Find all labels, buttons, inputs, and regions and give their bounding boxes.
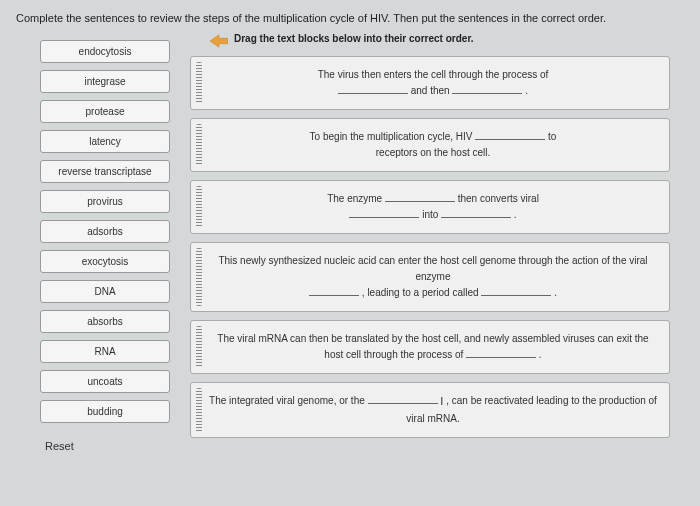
term-absorbs[interactable]: absorbs — [40, 310, 170, 333]
reset-button[interactable]: Reset — [40, 440, 170, 452]
term-integrase[interactable]: integrase — [40, 70, 170, 93]
term-budding[interactable]: budding — [40, 400, 170, 423]
blank-drop[interactable] — [475, 130, 545, 140]
sentence-block-5[interactable]: The viral mRNA can then be translated by… — [190, 320, 670, 374]
arrow-left-icon — [210, 34, 228, 48]
drag-header: Drag the text blocks below into their co… — [190, 32, 670, 48]
instruction-text: Complete the sentences to review the ste… — [0, 0, 700, 32]
blank-drop[interactable] — [309, 286, 359, 296]
term-exocytosis[interactable]: exocytosis — [40, 250, 170, 273]
blank-drop[interactable] — [452, 84, 522, 94]
sentence-text: This newly synthesized nucleic acid can … — [218, 255, 647, 282]
term-endocytosis[interactable]: endocytosis — [40, 40, 170, 63]
sentence-text: To begin the multiplication cycle, HIV — [310, 131, 473, 142]
blank-drop[interactable] — [481, 286, 551, 296]
sentence-text: The enzyme — [327, 193, 382, 204]
blank-drop[interactable] — [441, 208, 511, 218]
sentence-block-6[interactable]: The integrated viral genome, or the I , … — [190, 382, 670, 438]
sentence-block-1[interactable]: The virus then enters the cell through t… — [190, 56, 670, 110]
sentence-text: then converts viral — [458, 193, 539, 204]
cursor-icon: I — [440, 393, 443, 411]
sentences-column: Drag the text blocks below into their co… — [190, 32, 690, 452]
sentence-block-4[interactable]: This newly synthesized nucleic acid can … — [190, 242, 670, 312]
drag-header-text: Drag the text blocks below into their co… — [234, 32, 474, 45]
term-dna[interactable]: DNA — [40, 280, 170, 303]
sentence-text: The virus then enters the cell through t… — [318, 69, 549, 80]
sentence-block-3[interactable]: The enzyme then converts viral into . — [190, 180, 670, 234]
blank-drop[interactable] — [368, 394, 438, 404]
sentence-text: The integrated viral genome, or the — [209, 395, 365, 406]
sentence-text: receptors on the host cell. — [376, 147, 491, 158]
term-provirus[interactable]: provirus — [40, 190, 170, 213]
term-adsorbs[interactable]: adsorbs — [40, 220, 170, 243]
sentence-text: and then — [411, 85, 450, 96]
sentence-text: into — [422, 209, 438, 220]
svg-marker-0 — [210, 35, 228, 48]
terms-column: endocytosis integrase protease latency r… — [10, 32, 170, 452]
content-area: endocytosis integrase protease latency r… — [0, 32, 700, 452]
sentence-text: , leading to a period called — [362, 287, 479, 298]
term-uncoats[interactable]: uncoats — [40, 370, 170, 393]
sentence-block-2[interactable]: To begin the multiplication cycle, HIV t… — [190, 118, 670, 172]
term-latency[interactable]: latency — [40, 130, 170, 153]
sentence-text: , can be reactivated leading to the prod… — [406, 395, 657, 423]
sentence-text: The viral mRNA can then be translated by… — [217, 333, 648, 360]
sentence-text: to — [548, 131, 556, 142]
term-reverse-transcriptase[interactable]: reverse transcriptase — [40, 160, 170, 183]
blank-drop[interactable] — [466, 348, 536, 358]
term-rna[interactable]: RNA — [40, 340, 170, 363]
blank-drop[interactable] — [385, 192, 455, 202]
blank-drop[interactable] — [338, 84, 408, 94]
term-protease[interactable]: protease — [40, 100, 170, 123]
blank-drop[interactable] — [349, 208, 419, 218]
